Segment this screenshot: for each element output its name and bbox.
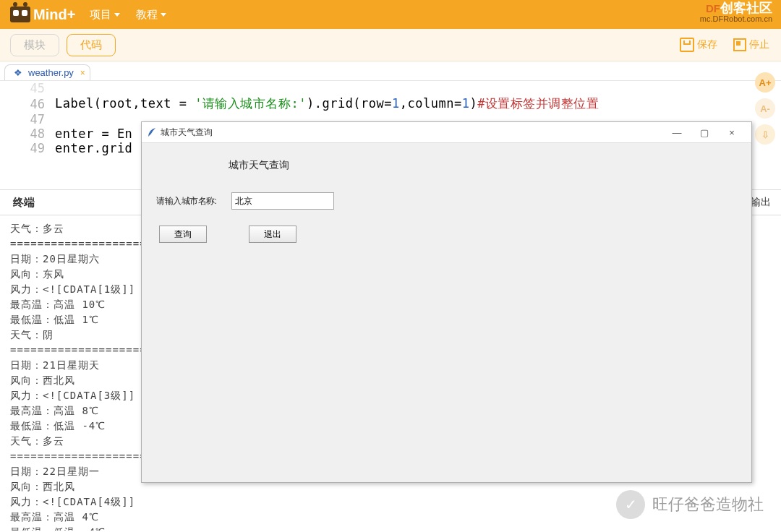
tk-heading-label: 城市天气查询: [229, 159, 737, 172]
tk-minimize-button[interactable]: —: [663, 122, 691, 142]
tk-window-title: 城市天气查询: [161, 126, 213, 139]
code-line[interactable]: enter = En: [55, 126, 132, 141]
tk-query-button[interactable]: 查询: [159, 226, 207, 243]
zoom-in-button[interactable]: A+: [755, 72, 775, 93]
toolbar: 模块 代码 保存 停止: [0, 29, 781, 61]
line-number: 47: [0, 112, 55, 126]
zoom-out-button[interactable]: A-: [755, 98, 775, 119]
tk-close-button[interactable]: ×: [718, 122, 746, 142]
terminal-output-tab[interactable]: 输出: [751, 196, 771, 209]
line-number: 49: [0, 141, 55, 155]
menubar: Mind+ 项目 教程 DF创客社区 mc.DFRobot.com.cn: [0, 0, 781, 29]
chevron-down-icon: [161, 13, 166, 17]
tk-exit-button[interactable]: 退出: [249, 226, 296, 243]
logo-icon: [10, 7, 30, 22]
tk-city-label: 请输入城市名称:: [156, 195, 221, 207]
line-number: 48: [0, 126, 55, 141]
watermark-text: 旺仔爸爸造物社: [652, 494, 764, 515]
zoom-reset-button[interactable]: ⇩: [755, 124, 775, 145]
tab-code-button[interactable]: 代码: [67, 34, 116, 56]
terminal-title: 终端: [13, 196, 35, 210]
chevron-down-icon: [114, 13, 120, 17]
file-tab-label: weather.py: [28, 67, 74, 78]
tab-module-button[interactable]: 模块: [10, 34, 59, 56]
wechat-icon: ✓: [616, 490, 645, 519]
code-line[interactable]: enter.grid: [55, 141, 132, 155]
zoom-controls: A+ A- ⇩: [755, 72, 775, 145]
tk-maximize-button[interactable]: ▢: [691, 122, 718, 142]
tk-titlebar[interactable]: 城市天气查询 — ▢ ×: [142, 122, 751, 143]
community-link[interactable]: DF创客社区 mc.DFRobot.com.cn: [700, 1, 772, 23]
line-number: 45: [0, 81, 55, 95]
close-tab-button[interactable]: ×: [80, 68, 85, 78]
file-tab-bar: ❖ weather.py ×: [0, 61, 781, 81]
menu-project[interactable]: 项目: [90, 8, 120, 22]
code-line[interactable]: Label(root,text = '请输入城市名称:').grid(row=1…: [55, 95, 599, 112]
save-icon: [680, 38, 694, 52]
logo-text: Mind+: [33, 7, 75, 23]
menu-tutorial[interactable]: 教程: [136, 8, 166, 22]
watermark: ✓ 旺仔爸爸造物社: [616, 490, 764, 519]
tk-feather-icon: [148, 127, 156, 137]
save-button[interactable]: 保存: [680, 38, 717, 52]
community-url: mc.DFRobot.com.cn: [700, 14, 772, 23]
stop-button[interactable]: 停止: [733, 38, 769, 51]
stop-icon: [733, 38, 746, 51]
app-logo: Mind+: [10, 7, 75, 23]
line-number: 46: [0, 97, 55, 111]
tk-window: 城市天气查询 — ▢ × 城市天气查询 请输入城市名称: 查询 退出: [141, 121, 752, 483]
file-tab-weather[interactable]: ❖ weather.py ×: [4, 64, 90, 80]
python-icon: ❖: [14, 67, 22, 78]
tk-city-input[interactable]: [231, 192, 334, 210]
